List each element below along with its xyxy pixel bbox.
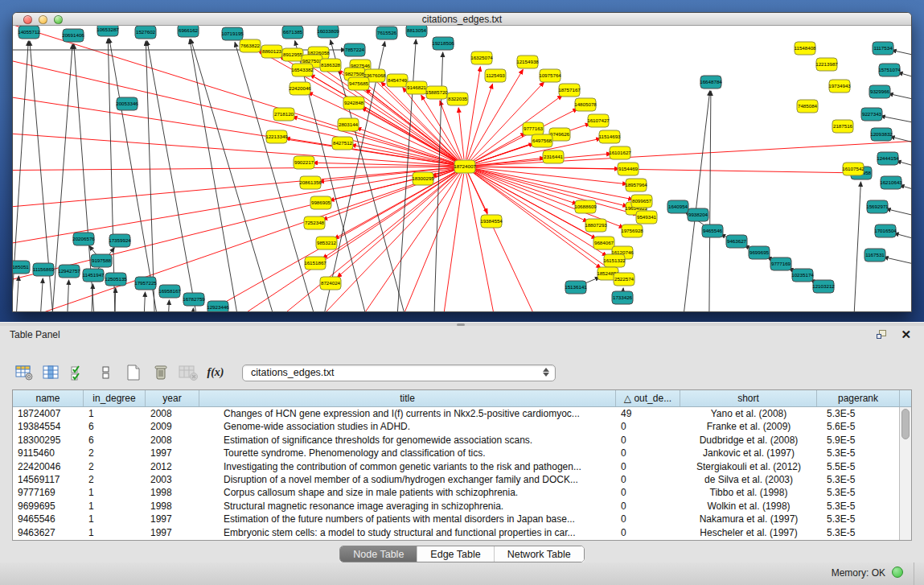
cell-year[interactable]: 2012 xyxy=(146,460,199,473)
new-column-icon[interactable] xyxy=(121,362,146,383)
cell-name[interactable]: 14569117 xyxy=(13,473,84,486)
graph-node[interactable]: 8099657 xyxy=(631,195,652,208)
cell-out[interactable]: 0 xyxy=(616,473,680,486)
cell-out[interactable]: 0 xyxy=(616,513,680,525)
graph-node[interactable]: 20206576 xyxy=(72,233,95,245)
graph-node[interactable]: 17359924 xyxy=(109,234,131,247)
graph-node[interactable]: 8427512 xyxy=(332,137,353,150)
graph-node[interactable]: 12093832 xyxy=(870,128,893,141)
graph-node[interactable]: 10235174 xyxy=(791,269,814,282)
graph-node[interactable]: 16107542 xyxy=(842,163,864,175)
cell-name[interactable]: 18724007 xyxy=(13,407,84,420)
graph-node[interactable]: 15692971 xyxy=(866,200,889,213)
graph-node[interactable]: 11514693 xyxy=(598,130,621,143)
graph-node[interactable]: 7615526 xyxy=(376,27,397,39)
cell-out[interactable]: 0 xyxy=(616,434,680,447)
network-canvas[interactable]: 1872400714055712206914061065328715276026… xyxy=(13,26,911,311)
table-row[interactable]: 969969511998Structural magnetic resonanc… xyxy=(13,500,911,513)
cell-indeg[interactable]: 1 xyxy=(84,513,146,525)
graph-node[interactable]: 16210643 xyxy=(880,176,902,189)
graph-node[interactable]: 12923446 xyxy=(207,301,229,311)
column-header-pagerank[interactable]: pagerank xyxy=(817,390,900,406)
column-header-out-de-[interactable]: △ out_de... xyxy=(616,390,680,406)
cell-title[interactable]: Corpus callosum shape and size in male p… xyxy=(199,486,616,499)
graph-node[interactable]: 15136141 xyxy=(565,281,587,294)
graph-node[interactable]: 18757167 xyxy=(558,84,581,97)
cell-name[interactable]: 22420046 xyxy=(13,460,84,473)
graph-node[interactable]: 18807293 xyxy=(585,219,607,232)
graph-node[interactable]: 16033809 xyxy=(317,26,339,38)
cell-pagerank[interactable]: 5.3E-5 xyxy=(817,447,900,459)
graph-node[interactable]: 19756928 xyxy=(621,225,643,237)
graph-node[interactable]: 9329966 xyxy=(869,85,890,98)
tab-edge-table[interactable]: Edge Table xyxy=(417,546,494,562)
table-row[interactable]: 911546021997Tourette syndrome. Phenomeno… xyxy=(13,447,911,459)
graph-node[interactable]: 18724007 xyxy=(454,160,476,173)
cell-year[interactable]: 2008 xyxy=(146,407,199,420)
cell-pagerank[interactable]: 5.3E-5 xyxy=(817,486,900,499)
graph-node[interactable]: 18957964 xyxy=(625,179,647,192)
float-panel-icon[interactable] xyxy=(876,329,889,341)
graph-node[interactable]: 9777169 xyxy=(770,257,791,270)
cell-pagerank[interactable]: 5.3E-5 xyxy=(817,407,900,420)
cell-year[interactable]: 2008 xyxy=(146,434,199,447)
graph-node[interactable]: 2803144 xyxy=(338,118,359,131)
graph-node[interactable]: 9684067 xyxy=(593,237,614,249)
column-header-year[interactable]: year xyxy=(146,390,199,406)
table-vertical-scrollbar[interactable] xyxy=(899,407,911,540)
graph-node[interactable]: 9227343 xyxy=(861,108,882,121)
graph-node[interactable]: 6497568 xyxy=(532,134,552,147)
cell-out[interactable]: 0 xyxy=(616,420,680,433)
cell-indeg[interactable]: 6 xyxy=(84,420,146,433)
cell-short[interactable]: Tibbo et al. (1998) xyxy=(680,486,817,499)
graph-node[interactable]: 8724024 xyxy=(320,277,341,290)
cell-indeg[interactable]: 2 xyxy=(84,473,146,486)
cell-out[interactable]: 49 xyxy=(616,407,680,420)
cell-pagerank[interactable]: 5.3E-5 xyxy=(817,473,900,486)
graph-node[interactable]: 9549341 xyxy=(636,211,657,224)
graph-node[interactable]: 8912955 xyxy=(282,48,303,61)
cell-out[interactable]: 0 xyxy=(616,447,680,459)
graph-node[interactable]: 16151867 xyxy=(304,257,326,270)
cell-title[interactable]: Structural magnetic resonance image aver… xyxy=(199,500,616,513)
graph-node[interactable]: 10653287 xyxy=(97,26,119,36)
graph-node[interactable]: 19218506 xyxy=(432,37,454,50)
graph-node[interactable]: 10688609 xyxy=(574,200,597,213)
table-row[interactable]: 1456911722003Disruption of a novel membe… xyxy=(13,473,911,486)
graph-node[interactable]: 12154938 xyxy=(516,56,539,68)
graph-node[interactable]: 7663822 xyxy=(240,39,261,52)
graph-node[interactable]: 17957225 xyxy=(134,277,157,290)
cell-name[interactable]: 9115460 xyxy=(13,447,84,459)
cell-short[interactable]: de Silva et al. (2003) xyxy=(680,473,817,486)
delete-columns-icon[interactable] xyxy=(149,362,173,383)
column-header-in-degree[interactable]: in_degree xyxy=(84,390,146,406)
graph-node[interactable]: 6966162 xyxy=(178,26,199,37)
cell-out[interactable]: 0 xyxy=(616,526,680,539)
graph-node[interactable]: 22420046 xyxy=(289,82,311,95)
cell-name[interactable]: 19384554 xyxy=(13,420,84,433)
table-mode-icon[interactable] xyxy=(12,362,36,383)
graph-node[interactable]: 9197588 xyxy=(91,254,112,267)
cell-name[interactable]: 9777169 xyxy=(13,486,84,499)
cell-pagerank[interactable]: 5.9E-5 xyxy=(817,434,900,447)
cell-year[interactable]: 2003 xyxy=(146,473,199,486)
graph-node[interactable]: 8454749 xyxy=(387,74,408,87)
graph-node[interactable]: 14055712 xyxy=(18,26,40,39)
graph-node[interactable]: 9699695 xyxy=(749,246,770,259)
cell-title[interactable]: Changes of HCN gene expression and I(f) … xyxy=(199,407,616,420)
graph-node[interactable]: 2187516 xyxy=(832,120,853,133)
row-height-icon[interactable] xyxy=(94,362,118,383)
graph-node[interactable]: 1167531 xyxy=(864,249,885,262)
graph-node[interactable]: 16782759 xyxy=(183,293,205,306)
show-columns-icon[interactable] xyxy=(39,362,64,383)
cell-name[interactable]: 9465546 xyxy=(13,513,84,525)
network-window[interactable]: citations_edges.txt 18724007140557122069… xyxy=(12,12,912,312)
graph-node[interactable]: 7485084 xyxy=(797,100,818,113)
graph-node[interactable]: 12103212 xyxy=(812,280,835,293)
graph-node[interactable]: 16648784 xyxy=(700,76,722,89)
window-titlebar[interactable]: citations_edges.txt xyxy=(13,13,911,26)
cell-year[interactable]: 1997 xyxy=(146,447,199,459)
graph-node[interactable]: 1527602 xyxy=(135,26,156,39)
table-row[interactable]: 1872400712008Changes of HCN gene express… xyxy=(13,407,911,420)
graph-node[interactable]: 9154469 xyxy=(618,163,639,175)
